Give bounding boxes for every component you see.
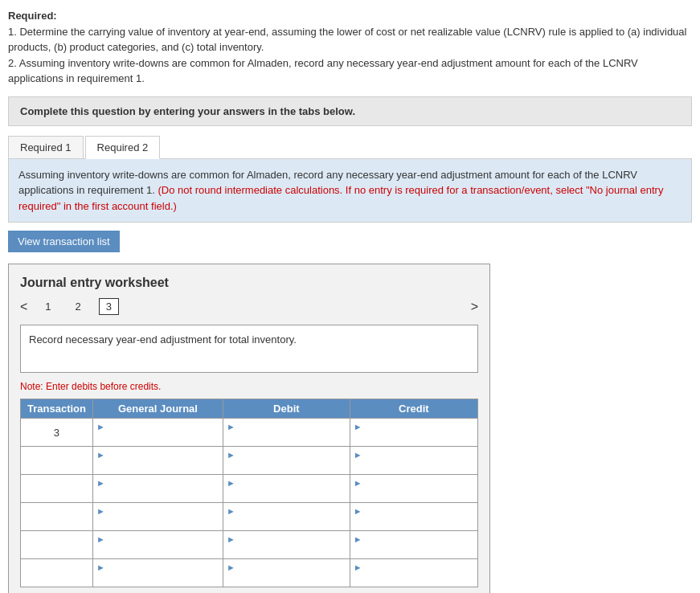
table-row: 3 ► ► ► xyxy=(21,419,478,447)
col-general-journal: General Journal xyxy=(92,399,223,419)
arrow-icon-1: ► xyxy=(96,422,104,431)
prev-page-arrow[interactable]: < xyxy=(20,300,27,314)
general-journal-input-4[interactable] xyxy=(96,517,219,529)
col-debit: Debit xyxy=(223,399,350,419)
arrow-icon-c4: ► xyxy=(354,506,362,516)
arrow-icon-c2: ► xyxy=(354,450,362,460)
general-journal-cell-1[interactable]: ► xyxy=(92,419,223,447)
debit-input-1[interactable] xyxy=(227,432,346,444)
arrow-icon-c5: ► xyxy=(354,534,362,544)
table-row: ► ► ► xyxy=(21,559,478,587)
debit-input-2[interactable] xyxy=(227,460,346,472)
next-page-arrow[interactable]: > xyxy=(471,300,478,314)
worksheet-title: Journal entry worksheet xyxy=(20,276,478,290)
description-box: Record necessary year-end adjustment for… xyxy=(20,325,478,373)
table-row: ► ► ► xyxy=(21,503,478,531)
debit-cell-5[interactable]: ► xyxy=(223,531,350,559)
credit-input-4[interactable] xyxy=(354,517,474,529)
arrow-icon-4: ► xyxy=(96,506,104,516)
instruction-box: Complete this question by entering your … xyxy=(8,96,692,126)
page-2[interactable]: 2 xyxy=(69,299,88,314)
col-credit: Credit xyxy=(350,399,477,419)
description-text: Record necessary year-end adjustment for… xyxy=(29,333,297,346)
required-label: Required: xyxy=(8,10,57,22)
transaction-cell-5 xyxy=(21,531,93,559)
credit-cell-3[interactable]: ► xyxy=(350,475,477,503)
credit-input-2[interactable] xyxy=(354,460,474,472)
table-row: ► ► ► xyxy=(21,475,478,503)
debit-input-5[interactable] xyxy=(227,545,346,557)
debit-input-6[interactable] xyxy=(227,573,346,585)
tab-content: Assuming inventory write-downs are commo… xyxy=(8,159,692,223)
arrow-icon-d4: ► xyxy=(227,506,235,516)
transaction-cell-1: 3 xyxy=(21,419,93,447)
general-journal-input-3[interactable] xyxy=(96,489,219,501)
journal-table: Transaction General Journal Debit Credit… xyxy=(20,399,478,587)
page-3[interactable]: 3 xyxy=(99,298,119,315)
debit-input-4[interactable] xyxy=(227,517,346,529)
general-journal-cell-2[interactable]: ► xyxy=(92,447,223,475)
col-transaction: Transaction xyxy=(21,399,93,419)
credit-cell-4[interactable]: ► xyxy=(350,503,477,531)
debit-cell-1[interactable]: ► xyxy=(223,419,350,447)
page-navigation: < 1 2 3 > xyxy=(20,298,478,315)
arrow-icon-d5: ► xyxy=(227,534,235,544)
general-journal-cell-4[interactable]: ► xyxy=(92,503,223,531)
required-section: Required: 1. Determine the carrying valu… xyxy=(8,8,692,87)
debit-cell-6[interactable]: ► xyxy=(223,559,350,587)
arrow-icon-5: ► xyxy=(96,534,104,544)
tabs-container: Required 1 Required 2 xyxy=(8,136,692,159)
credit-cell-6[interactable]: ► xyxy=(350,559,477,587)
credit-input-5[interactable] xyxy=(354,545,474,557)
arrow-icon-c6: ► xyxy=(354,562,362,572)
debit-cell-3[interactable]: ► xyxy=(223,475,350,503)
credit-input-3[interactable] xyxy=(354,489,474,501)
general-journal-input-2[interactable] xyxy=(96,460,219,472)
debit-cell-2[interactable]: ► xyxy=(223,447,350,475)
arrow-icon-3: ► xyxy=(96,478,104,488)
transaction-cell-3 xyxy=(21,475,93,503)
transaction-cell-2 xyxy=(21,447,93,475)
required-point2: 2. Assuming inventory write-downs are co… xyxy=(8,55,692,87)
page-1[interactable]: 1 xyxy=(39,299,57,314)
general-journal-input-1[interactable] xyxy=(96,432,219,444)
general-journal-cell-5[interactable]: ► xyxy=(92,531,223,559)
table-row: ► ► ► xyxy=(21,531,478,559)
arrow-icon-c3: ► xyxy=(354,478,362,488)
credit-input-6[interactable] xyxy=(354,573,474,585)
credit-cell-5[interactable]: ► xyxy=(350,531,477,559)
journal-entry-worksheet: Journal entry worksheet < 1 2 3 > Record… xyxy=(8,264,490,593)
instruction-text: Complete this question by entering your … xyxy=(20,105,355,117)
tab-required2[interactable]: Required 2 xyxy=(85,136,161,159)
credit-cell-2[interactable]: ► xyxy=(350,447,477,475)
arrow-icon-c1: ► xyxy=(354,422,362,431)
general-journal-input-6[interactable] xyxy=(96,573,219,585)
arrow-icon-d3: ► xyxy=(227,478,235,488)
general-journal-input-5[interactable] xyxy=(96,545,219,557)
arrow-icon-d1: ► xyxy=(227,422,235,431)
view-transaction-button[interactable]: View transaction list xyxy=(8,231,120,252)
transaction-cell-6 xyxy=(21,559,93,587)
general-journal-cell-3[interactable]: ► xyxy=(92,475,223,503)
required-point1: 1. Determine the carrying value of inven… xyxy=(8,24,692,55)
arrow-icon-d2: ► xyxy=(227,450,235,460)
debit-input-3[interactable] xyxy=(227,489,346,501)
arrow-icon-2: ► xyxy=(96,450,104,460)
tab-required1[interactable]: Required 1 xyxy=(8,136,84,158)
table-row: ► ► ► xyxy=(21,447,478,475)
note-text: Note: Enter debits before credits. xyxy=(20,381,478,392)
general-journal-cell-6[interactable]: ► xyxy=(92,559,223,587)
credit-cell-1[interactable]: ► xyxy=(350,419,477,447)
arrow-icon-d6: ► xyxy=(227,562,235,572)
arrow-icon-6: ► xyxy=(96,562,104,572)
debit-cell-4[interactable]: ► xyxy=(223,503,350,531)
transaction-cell-4 xyxy=(21,503,93,531)
credit-input-1[interactable] xyxy=(354,432,474,444)
